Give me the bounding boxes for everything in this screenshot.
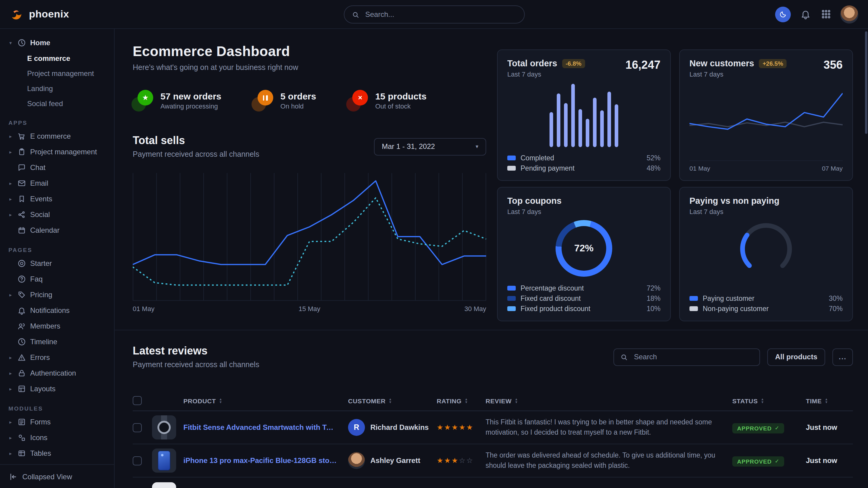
sidebar-item-authentication[interactable]: ▸Authentication [0, 365, 114, 381]
sidebar-item-tables[interactable]: ▸Tables [0, 446, 114, 461]
legend-swatch [689, 306, 698, 311]
page-scrollbar[interactable] [864, 29, 868, 488]
sidebar-subitem-landing[interactable]: Landing [0, 81, 114, 96]
sidebar-item-home[interactable]: ▾ Home [0, 35, 114, 51]
sidebar-item-starter[interactable]: Starter [0, 256, 114, 271]
bar [550, 112, 553, 148]
row-checkbox[interactable] [133, 456, 142, 465]
sidebar-subitem-project-management[interactable]: Project management [0, 66, 114, 81]
column-header-product[interactable]: PRODUCT [183, 397, 348, 404]
product-thumbnail[interactable] [152, 482, 176, 488]
product-link[interactable]: Fitbit Sense Advanced Smartwatch with To… [183, 423, 348, 432]
reviews-search[interactable] [614, 348, 760, 366]
sidebar: ▾ Home E commerceProject managementLandi… [0, 29, 115, 488]
sidebar-section-title-pages: PAGES [0, 247, 114, 253]
sidebar-item-pricing[interactable]: ▸Pricing [0, 287, 114, 303]
sidebar-item-chat[interactable]: Chat [0, 160, 114, 175]
star-icon: ☆ [466, 456, 474, 465]
customer-cell: Ashley Garrett [348, 452, 437, 469]
global-search[interactable] [343, 5, 525, 24]
global-search-input[interactable] [364, 10, 517, 19]
new-customers-value: 356 [824, 59, 843, 72]
check-icon: ✓ [775, 458, 780, 464]
sidebar-item-project-management[interactable]: ▸Project management [0, 144, 114, 160]
bar [615, 104, 618, 147]
sidebar-item-layouts[interactable]: ▸Layouts [0, 381, 114, 397]
sidebar-item-faq[interactable]: Faq [0, 271, 114, 287]
sidebar-subitem-social-feed[interactable]: Social feed [0, 96, 114, 111]
total-sells-subtitle: Payment received across all channels [133, 150, 259, 159]
user-avatar[interactable] [840, 5, 858, 23]
review-time: Just now [806, 456, 853, 465]
stat-awating-processing: ★57 new ordersAwating processing [133, 90, 221, 110]
app: phoenix ▾ Home E commerceProject managem… [0, 0, 868, 488]
sidebar-item-errors[interactable]: ▸Errors [0, 350, 114, 365]
legend-swatch [689, 296, 698, 301]
notifications-button[interactable] [799, 8, 811, 20]
column-header-review[interactable]: REVIEW [486, 397, 732, 404]
column-header-rating[interactable]: RATING [437, 397, 486, 404]
reviews-title: Latest reviews [133, 345, 259, 357]
select-all-checkbox[interactable] [133, 396, 142, 405]
column-header-time[interactable]: TIME [806, 397, 853, 404]
customer-avatar: R [348, 419, 365, 436]
sidebar-item-timeline[interactable]: Timeline [0, 334, 114, 350]
sidebar-item-e-commerce[interactable]: ▸E commerce [0, 128, 114, 144]
chevron-right-icon: ▸ [8, 292, 13, 297]
x-axis-labels: 01 May 15 May 30 May [133, 305, 486, 312]
product-thumbnail-iphone[interactable] [152, 449, 176, 473]
sidebar-item-social[interactable]: ▸Social [0, 207, 114, 223]
chevron-right-icon: ▸ [8, 419, 13, 425]
sort-icon [515, 398, 518, 403]
review-text: This Fitbit is fantastic! I was trying t… [486, 417, 732, 438]
paying-card: Paying vs non paying Last 7 days Paying … [679, 187, 853, 321]
product-thumbnail-smartwatch[interactable] [152, 415, 176, 440]
apps-grid-button[interactable] [820, 8, 832, 20]
chevron-right-icon: ▸ [8, 196, 13, 202]
sidebar-item-notifications[interactable]: Notifications [0, 303, 114, 318]
chevron-right-icon: ▸ [8, 181, 13, 186]
paying-legend: Paying customer30%Non-paying customer70% [689, 295, 843, 312]
brand[interactable]: phoenix [10, 7, 69, 22]
sidebar-subitem-e-commerce[interactable]: E commerce [0, 51, 114, 66]
sidebar-item-icons[interactable]: ▸Icons [0, 430, 114, 446]
cross-stat-icon: × [347, 90, 368, 110]
collapsed-view-toggle[interactable]: Collapsed View [0, 464, 114, 488]
star-icon: ★ [444, 423, 452, 432]
chevron-right-icon: ▸ [8, 149, 13, 155]
product-link[interactable]: iPhone 13 pro max-Pacific Blue-128GB sto… [183, 456, 348, 465]
theme-toggle-button[interactable] [775, 6, 791, 22]
column-header-customer[interactable]: CUSTOMER [348, 397, 437, 404]
sidebar-item-forms[interactable]: ▸Forms [0, 414, 114, 430]
sidebar-item-email[interactable]: ▸Email [0, 175, 114, 191]
rating-stars: ★★★★★ [437, 423, 486, 432]
sidebar-item-members[interactable]: Members [0, 318, 114, 334]
dashboard-left: Ecommerce Dashboard Here's what's going … [133, 43, 486, 321]
legend-item: Fixed product discount10% [507, 305, 660, 312]
table-header: PRODUCTCUSTOMERRATINGREVIEWSTATUSTIME [133, 391, 853, 411]
star-icon: ★ [459, 423, 467, 432]
total-sells-chart: 01 May 15 May 30 May [133, 173, 486, 312]
sort-icon [761, 398, 765, 403]
reviews-search-input[interactable] [633, 352, 753, 362]
column-header-status[interactable]: STATUS [732, 397, 806, 404]
scrollbar-thumb[interactable] [865, 31, 867, 134]
card-period: Last 7 days [689, 208, 843, 215]
chevron-right-icon: ▸ [8, 386, 13, 392]
all-products-button[interactable]: All products [767, 348, 825, 366]
sidebar-item-events[interactable]: ▸Events [0, 191, 114, 207]
shapes-icon [18, 433, 26, 442]
total-sells-title: Total sells [133, 134, 259, 147]
bar [571, 84, 575, 147]
sidebar-item-calendar[interactable]: Calendar [0, 223, 114, 238]
more-options-button[interactable]: ... [832, 348, 853, 366]
dashboard-cards: Total orders -6.8% Last 7 days 16,247 Co… [497, 50, 853, 321]
chevron-right-icon: ▸ [8, 435, 13, 441]
star-icon: ★ [444, 456, 452, 465]
bar [600, 110, 604, 147]
page-subtitle: Here's what's going on at your business … [133, 63, 486, 72]
star-icon: ★ [466, 423, 474, 432]
date-range-select[interactable]: Mar 1 - 31, 2022 ▾ [374, 138, 486, 155]
star-icon: ★ [452, 456, 459, 465]
row-checkbox[interactable] [133, 423, 142, 432]
